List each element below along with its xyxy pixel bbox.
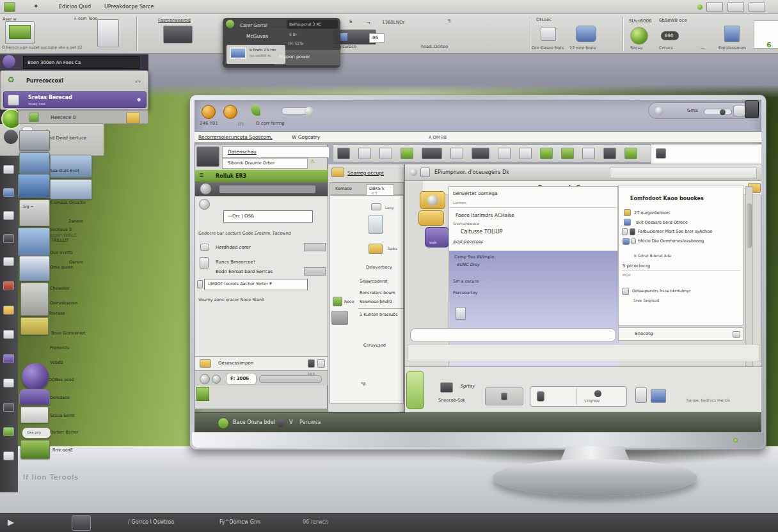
dock-icon[interactable]: [3, 188, 14, 197]
printer-icon[interactable]: [440, 382, 453, 393]
taskbar-item-2[interactable]: Fy^Oomcw Gnn: [219, 519, 260, 525]
window-control-orange-1[interactable]: [202, 105, 216, 119]
inner-menu-mid[interactable]: W Gogcatry: [292, 134, 320, 140]
list-item-label[interactable]: Rrre oonE: [52, 448, 73, 453]
list-item-label[interactable]: Ome quren: [50, 265, 73, 270]
inner-toolbar-icon[interactable]: [450, 148, 463, 159]
pencil-tool-icon[interactable]: [541, 27, 556, 41]
thumbnail[interactable]: [20, 317, 49, 335]
printer-tool-icon[interactable]: [163, 26, 193, 43]
dialog-row-3[interactable]: Caltusse TOLIUP: [461, 229, 502, 235]
side-check-2[interactable]: skit Qesasre berd Otroce: [636, 220, 688, 225]
taskbar-item-3[interactable]: 06 rerwcn: [303, 519, 328, 525]
win1-row-3[interactable]: Bodn Eeroat bard Serrcas: [216, 269, 273, 274]
inner-toolbar-icon[interactable]: [624, 148, 637, 159]
dialog-row-4[interactable]: Seid Goercoas: [453, 239, 483, 244]
taskbar-item-1[interactable]: / Gerrco I Oswtroo: [128, 519, 174, 525]
tray-toggle[interactable]: [704, 109, 732, 115]
thumbnail[interactable]: [19, 130, 50, 151]
win1-row-2[interactable]: Runcs Brneorcoe!: [216, 260, 255, 265]
inner-toolbar-icon[interactable]: [422, 148, 442, 159]
win1-port-box[interactable]: F: 3006: [226, 373, 257, 385]
side-check-4[interactable]: bfecio Die Oemhonesleasbooog: [638, 239, 704, 244]
checkbox-icon[interactable]: [622, 288, 629, 295]
list-item-label[interactable]: Chewoler: [50, 286, 69, 291]
win2-line-4[interactable]: Skomose(bhd/0: [360, 299, 392, 304]
inner-toolbar-icon[interactable]: [472, 148, 489, 159]
win1-orb-icon[interactable]: [200, 184, 211, 194]
list-item-label[interactable]: Scsua Serot: [50, 413, 74, 418]
checkbox-icon[interactable]: [631, 239, 636, 244]
list-item-label[interactable]: prostr DrGLC: [50, 233, 77, 238]
inner-toolbar-icon[interactable]: [401, 148, 413, 159]
popup-strip[interactable]: Nippon power: [274, 50, 340, 65]
green-orb-tool-icon[interactable]: [630, 27, 648, 45]
device-tool-icon[interactable]: [97, 19, 119, 47]
disk-icon[interactable]: [371, 203, 381, 210]
thumbnail-purple-orb[interactable]: [22, 363, 49, 390]
win1-title-bar[interactable]: ≣ Rolluk ER3: [195, 169, 328, 182]
popup-item-2[interactable]: McGuvas: [246, 33, 268, 39]
list-item-label[interactable]: Prenerctv: [50, 345, 70, 350]
dialog-button-1[interactable]: [485, 387, 523, 405]
window-button-2[interactable]: [727, 2, 744, 12]
win1-port-orb-2[interactable]: [212, 375, 221, 384]
popup-item-1[interactable]: Carer Gorral: [240, 23, 267, 28]
checkbox-icon[interactable]: [630, 228, 635, 235]
list-item-label[interactable]: Saa Ourc Evel: [50, 168, 79, 173]
list-item-label[interactable]: Tosease: [49, 311, 65, 316]
inner-toolbar-icon[interactable]: [582, 148, 595, 159]
rail-web-tile[interactable]: wab: [425, 227, 449, 247]
win1-row-1[interactable]: Herdhded corer: [216, 245, 251, 250]
list-item-label[interactable]: Que everts: [50, 250, 73, 255]
dock-icon[interactable]: [3, 211, 14, 220]
inner-toolbar-icon[interactable]: [337, 148, 350, 159]
list-item-label[interactable]: 2anere: [68, 219, 83, 224]
dock-icon[interactable]: [3, 354, 14, 363]
win1-slider[interactable]: [259, 375, 322, 383]
win1-status-icon-1[interactable]: [308, 359, 315, 368]
win1-input[interactable]: UM0O? teorots Aachor Yorter P: [204, 279, 308, 290]
win2-line-1[interactable]: Deloverbocy: [366, 265, 392, 270]
inner-tray-orb[interactable]: [276, 419, 285, 427]
thumbnail[interactable]: [18, 228, 50, 256]
globe-tool-icon[interactable]: [576, 26, 596, 42]
dock-icon[interactable]: [3, 257, 14, 266]
win2-line-6[interactable]: Ceruyused: [363, 343, 386, 348]
inner-taskbar-item-1[interactable]: Bace Onsra bdel: [233, 419, 275, 425]
win2-line-3[interactable]: Rencratorc beum: [360, 290, 395, 295]
dialog-segmented-control[interactable]: STBJFKW: [530, 386, 627, 407]
list-item-label[interactable]: Osrlorr Berror: [50, 430, 78, 435]
list-item-label[interactable]: Oarsre: [69, 260, 83, 265]
thumbnail-chip[interactable]: Gsa pey: [22, 427, 51, 439]
thumbnail[interactable]: [19, 389, 50, 405]
thumbnail[interactable]: Sig =: [19, 199, 50, 226]
thumbnail[interactable]: [20, 440, 50, 459]
thumbnail[interactable]: [19, 256, 50, 281]
document-tool-icon[interactable]: [724, 26, 740, 42]
list-item-label[interactable]: Dercdaco: [50, 395, 70, 400]
dock-icon[interactable]: [3, 165, 14, 174]
list-item-label[interactable]: Bove Gorreenrot: [51, 331, 86, 336]
menu-item-1[interactable]: Purrecoccoxi: [26, 78, 63, 84]
dialog-row-1[interactable]: berwertet oomega: [453, 191, 498, 196]
win1-dark-field[interactable]: [219, 185, 315, 193]
thumbnail[interactable]: [20, 283, 49, 316]
window-button-3[interactable]: [749, 2, 765, 12]
list-item-label[interactable]: DOBes ocod: [49, 377, 74, 382]
rail-app-tile[interactable]: [420, 191, 445, 209]
pane-doc-icon[interactable]: [456, 307, 466, 320]
popup-chip[interactable]: Belfoopcrat 3 XC: [287, 20, 338, 29]
window-control-orange-2[interactable]: [223, 105, 237, 119]
display-mini-icon[interactable]: [651, 389, 666, 403]
win2-line-2[interactable]: Seswrcoderot: [360, 279, 388, 284]
dock-icon[interactable]: [3, 306, 14, 315]
win1-port-orb-1[interactable]: [200, 374, 210, 384]
tray-orb-icon[interactable]: [655, 107, 663, 115]
window-button-1[interactable]: [706, 2, 723, 12]
power-led-icon[interactable]: [733, 438, 738, 442]
display-tool-icon[interactable]: [5, 21, 35, 44]
side-check-1[interactable]: 2T ourgonbeloerc: [634, 210, 671, 215]
list-item-label[interactable]: Oemrdcatren: [50, 301, 77, 306]
list-item-label[interactable]: TRILLLIT: [51, 238, 68, 243]
